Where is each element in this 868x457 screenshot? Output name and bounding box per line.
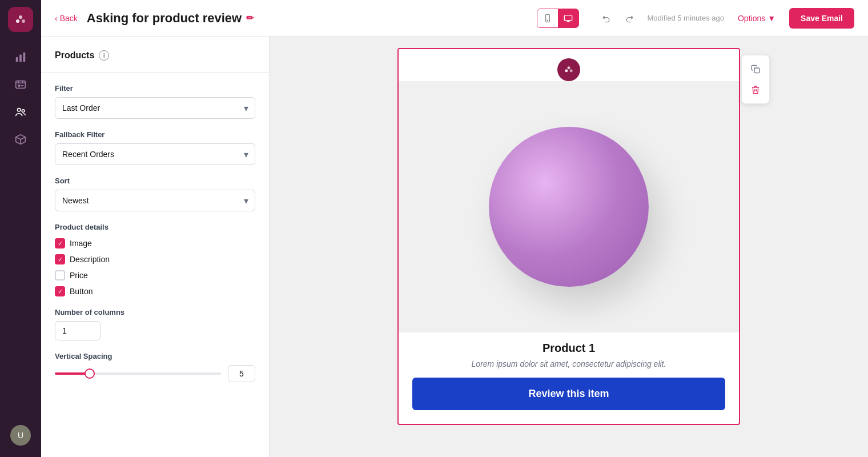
edit-icon[interactable]: ✏ — [246, 13, 254, 23]
svg-point-2 — [19, 15, 22, 19]
delete-button[interactable] — [746, 81, 765, 99]
svg-rect-4 — [19, 54, 22, 62]
sort-select[interactable]: Newest Oldest Price: Low to High Price: … — [55, 190, 255, 211]
undo-redo-controls — [597, 9, 638, 27]
sidebar-item-audience[interactable] — [9, 101, 32, 123]
email-logo-area — [399, 49, 739, 81]
filter-select-wrapper: Last Order Recent Orders Best Sellers ▾ — [55, 97, 255, 119]
review-button[interactable]: Review this item — [412, 378, 725, 410]
product-details-label: Product details — [55, 223, 255, 231]
description-label: Description — [70, 255, 110, 264]
save-email-button[interactable]: Save Email — [789, 8, 854, 29]
email-canvas-wrapper: Product 1 Lorem ipsum dolor sit amet, co… — [397, 48, 740, 446]
fallback-filter-select[interactable]: Recent Orders Last Order Popular — [55, 143, 255, 165]
floating-actions — [741, 55, 770, 104]
user-avatar[interactable]: U — [10, 425, 31, 446]
email-canvas: Product 1 Lorem ipsum dolor sit amet, co… — [397, 48, 740, 425]
image-label: Image — [70, 239, 92, 248]
sidebar-item-products[interactable] — [9, 128, 32, 151]
content-area: Products i Filter Last Order Recent Orde… — [41, 37, 868, 457]
spacing-slider-thumb[interactable] — [85, 368, 95, 379]
product-description: Lorem ipsum dolor sit amet, consectetur … — [399, 359, 739, 378]
checkbox-button-row: Button — [55, 286, 255, 296]
button-checkbox[interactable] — [55, 286, 65, 296]
options-label: Options — [738, 14, 765, 23]
redo-button[interactable] — [620, 9, 638, 27]
image-checkbox[interactable] — [55, 238, 65, 248]
filter-label: Filter — [55, 84, 255, 93]
svg-point-12 — [547, 20, 548, 21]
svg-rect-17 — [754, 68, 760, 73]
email-logo — [557, 58, 580, 81]
sidebar: U — [0, 0, 41, 457]
spacing-slider-track[interactable] — [55, 372, 221, 375]
products-section-title: Products i — [55, 50, 255, 61]
sort-label: Sort — [55, 177, 255, 185]
checkbox-description-row: Description — [55, 254, 255, 264]
product-image — [489, 127, 649, 287]
spacing-slider-fill — [55, 372, 88, 375]
avatar-initials: U — [18, 431, 23, 440]
divider — [41, 72, 269, 73]
back-label: Back — [60, 14, 78, 23]
undo-button[interactable] — [597, 9, 616, 27]
modified-text: Modified 5 minutes ago — [648, 14, 724, 22]
topbar: ‹ Back Asking for product review ✏ — [41, 0, 868, 37]
spacing-value-input[interactable]: 5 — [228, 365, 255, 382]
mobile-view-button[interactable] — [537, 9, 558, 27]
svg-point-1 — [22, 19, 25, 23]
svg-rect-6 — [16, 81, 26, 89]
price-checkbox[interactable] — [55, 270, 65, 280]
checkbox-image-row: Image — [55, 238, 255, 248]
svg-point-10 — [22, 110, 25, 113]
canvas-area: Product 1 Lorem ipsum dolor sit amet, co… — [270, 37, 868, 457]
sidebar-logo[interactable] — [8, 7, 33, 32]
columns-input[interactable] — [55, 321, 101, 340]
vertical-spacing-label: Vertical Spacing — [55, 352, 255, 360]
svg-point-16 — [568, 66, 570, 69]
desktop-view-button[interactable] — [558, 9, 578, 27]
vertical-spacing-row: 5 — [55, 365, 255, 382]
price-label: Price — [70, 271, 88, 280]
back-button[interactable]: ‹ Back — [55, 14, 78, 23]
products-info-icon[interactable]: i — [99, 50, 109, 61]
svg-point-9 — [18, 109, 21, 112]
options-button[interactable]: Options ▼ — [733, 14, 780, 23]
product-card: Product 1 Lorem ipsum dolor sit amet, co… — [399, 81, 739, 424]
device-toggle — [537, 9, 579, 28]
product-image-area — [399, 81, 739, 332]
svg-point-7 — [18, 85, 20, 86]
svg-rect-3 — [16, 57, 18, 62]
options-chevron-icon: ▼ — [767, 14, 775, 23]
sort-select-wrapper: Newest Oldest Price: Low to High Price: … — [55, 190, 255, 211]
page-title: Asking for product review ✏ — [87, 11, 254, 26]
svg-rect-5 — [23, 53, 26, 62]
checkbox-price-row: Price — [55, 270, 255, 280]
section-title-text: Products — [55, 50, 94, 61]
left-panel: Products i Filter Last Order Recent Orde… — [41, 37, 270, 457]
columns-label: Number of columns — [55, 308, 255, 316]
product-name: Product 1 — [399, 332, 739, 359]
duplicate-button[interactable] — [746, 60, 765, 78]
svg-rect-13 — [564, 15, 572, 20]
svg-point-0 — [16, 19, 19, 23]
sidebar-item-analytics[interactable] — [9, 46, 32, 69]
back-chevron-icon: ‹ — [55, 14, 58, 23]
filter-select[interactable]: Last Order Recent Orders Best Sellers — [55, 97, 255, 119]
sidebar-item-campaigns[interactable] — [9, 73, 32, 96]
svg-point-14 — [565, 69, 568, 72]
fallback-filter-select-wrapper: Recent Orders Last Order Popular ▾ — [55, 143, 255, 165]
fallback-filter-label: Fallback Filter — [55, 130, 255, 139]
title-text: Asking for product review — [87, 11, 242, 26]
button-label: Button — [70, 287, 93, 296]
svg-point-15 — [570, 69, 573, 72]
main-area: ‹ Back Asking for product review ✏ — [41, 0, 868, 457]
description-checkbox[interactable] — [55, 254, 65, 264]
svg-rect-8 — [21, 85, 24, 86]
